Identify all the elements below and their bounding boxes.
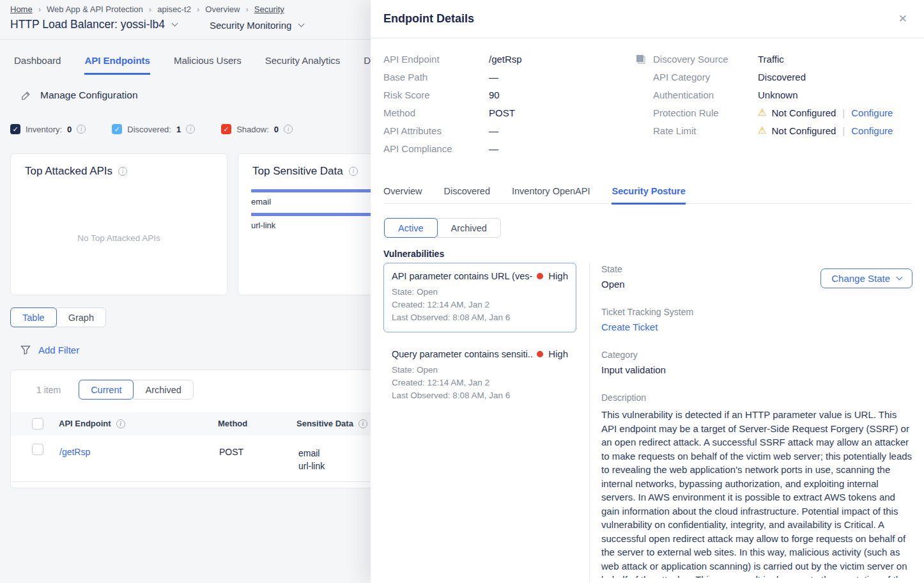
manage-configuration-button[interactable]: Manage Configuration bbox=[20, 89, 138, 101]
vulnerability-title: API parameter contains URL (ves-... bbox=[392, 271, 533, 281]
toggle-current[interactable]: Current bbox=[79, 380, 134, 400]
top-attacked-apis-title: Top Attacked APIs i bbox=[25, 165, 127, 178]
top-attacked-apis-title-text: Top Attacked APIs bbox=[25, 165, 112, 178]
detail-row-method: Method POST bbox=[383, 104, 647, 121]
page-title: HTTP Load Balancer: yossi-lb4 bbox=[10, 18, 165, 31]
panel-tab-discovered[interactable]: Discovered bbox=[443, 186, 490, 203]
tab-security-analytics[interactable]: Security Analytics bbox=[265, 55, 341, 75]
breadcrumb-overview[interactable]: Overview bbox=[205, 4, 240, 14]
inventory-checkbox[interactable]: ✓ bbox=[10, 124, 20, 134]
detail-row-api-compliance: API Compliance — bbox=[383, 139, 647, 157]
toggle-archived-posture[interactable]: Archived bbox=[437, 218, 501, 238]
legend-discovered-label: Discovered: bbox=[127, 125, 171, 134]
ticket-tracking-label: Ticket Tracking System bbox=[601, 307, 912, 317]
legend-shadow-count: 0 bbox=[274, 125, 279, 134]
column-api-endpoint: API Endpointi bbox=[59, 419, 125, 428]
category-value: Input validation bbox=[601, 364, 912, 375]
info-icon[interactable]: i bbox=[118, 167, 127, 176]
warning-icon: ⚠ bbox=[758, 107, 766, 118]
shadow-checkbox[interactable]: ✓ bbox=[221, 124, 231, 134]
top-sensitive-data-title: Top Sensitive Data i bbox=[252, 165, 358, 178]
legend-inventory: ✓ Inventory: 0 i bbox=[10, 124, 86, 134]
details-left-column: API Endpoint /getRsp Base Path — Risk Sc… bbox=[383, 50, 647, 157]
breadcrumb-waap[interactable]: Web App & API Protection bbox=[47, 4, 143, 14]
chevron-down-icon[interactable] bbox=[171, 20, 178, 27]
detail-row-base-path: Base Path — bbox=[383, 68, 647, 86]
description-section: Description This vulnerability is detect… bbox=[601, 393, 912, 578]
vulnerability-meta: State: Open Created: 12:14 AM, Jan 2 Las… bbox=[392, 286, 568, 324]
detail-row-discovery-source: Discovery Source Traffic bbox=[653, 50, 911, 68]
legend-inventory-count: 0 bbox=[67, 125, 72, 134]
discovered-checkbox[interactable]: ✓ bbox=[112, 124, 122, 134]
column-sensitive-data: Sensitive Datai bbox=[296, 419, 367, 428]
info-icon[interactable]: i bbox=[116, 419, 125, 428]
detail-row-authentication: Authentication Unknown bbox=[653, 86, 911, 104]
legend-shadow: ✓ Shadow: 0 i bbox=[221, 124, 293, 134]
select-all-checkbox[interactable] bbox=[32, 418, 43, 430]
top-attacked-empty-text: No Top Attacked APIs bbox=[11, 233, 227, 243]
high-severity-dot bbox=[537, 351, 543, 357]
toggle-active[interactable]: Active bbox=[384, 218, 438, 238]
divider: | bbox=[842, 107, 845, 118]
info-icon[interactable]: i bbox=[284, 125, 293, 134]
view-toggle-graph[interactable]: Graph bbox=[56, 307, 106, 327]
top-attacked-apis-card: Top Attacked APIs i No Top Attacked APIs bbox=[10, 153, 227, 295]
legend-shadow-label: Shadow: bbox=[236, 125, 269, 134]
endpoint-link[interactable]: /getRsp bbox=[59, 447, 90, 457]
configure-protection-rule-link[interactable]: Configure bbox=[851, 107, 893, 118]
configure-rate-limit-link[interactable]: Configure bbox=[851, 125, 893, 136]
tab-malicious-users[interactable]: Malicious Users bbox=[174, 55, 242, 75]
active-archived-toggle: Active Archived bbox=[384, 218, 501, 238]
add-filter-button[interactable]: Add Filter bbox=[20, 345, 79, 355]
panel-header: Endpoint Details ✕ bbox=[371, 0, 924, 38]
breadcrumb: Home › Web App & API Protection › apisec… bbox=[10, 4, 284, 14]
vulnerability-card-selected[interactable]: API parameter contains URL (ves-... High… bbox=[383, 263, 576, 332]
legend-discovered-count: 1 bbox=[176, 125, 181, 134]
view-toggle-table[interactable]: Table bbox=[10, 307, 57, 327]
severity-label: High bbox=[548, 348, 568, 359]
close-icon[interactable]: ✕ bbox=[898, 13, 907, 24]
vulnerability-list: API parameter contains URL (ves-... High… bbox=[383, 263, 576, 419]
toggle-archived[interactable]: Archived bbox=[133, 380, 193, 400]
monitoring-selector[interactable]: Security Monitoring bbox=[210, 20, 304, 31]
info-icon[interactable]: i bbox=[186, 125, 195, 134]
breadcrumb-security[interactable]: Security bbox=[254, 4, 284, 14]
breadcrumb-separator: › bbox=[149, 4, 151, 14]
description-text: This vulnerability is detected if an HTT… bbox=[601, 408, 912, 578]
breadcrumb-separator: › bbox=[197, 4, 199, 14]
warning-icon: ⚠ bbox=[758, 125, 766, 136]
vulnerability-title: Query parameter contains sensiti... bbox=[392, 349, 533, 359]
legend-discovered: ✓ Discovered: 1 i bbox=[112, 124, 195, 134]
sensitive-data-cell: email url-link bbox=[298, 447, 325, 472]
ticket-section: Ticket Tracking System Create Ticket bbox=[601, 307, 912, 332]
category-section: Category Input validation bbox=[601, 350, 912, 375]
chevron-down-icon bbox=[298, 21, 305, 27]
top-sensitive-data-title-text: Top Sensitive Data bbox=[252, 165, 343, 178]
main-nav-tabs: Dashboard API Endpoints Malicious Users … bbox=[14, 55, 389, 75]
pencil-icon bbox=[20, 90, 31, 101]
severity-label: High bbox=[548, 270, 568, 281]
page-title-row: HTTP Load Balancer: yossi-lb4 bbox=[10, 18, 177, 31]
detail-row-risk-score: Risk Score 90 bbox=[383, 86, 647, 104]
vulnerability-card[interactable]: Query parameter contains sensiti... High… bbox=[383, 341, 576, 410]
panel-tab-inventory-openapi[interactable]: Inventory OpenAPI bbox=[512, 186, 590, 203]
tab-dashboard[interactable]: Dashboard bbox=[14, 55, 61, 75]
change-state-button[interactable]: Change State bbox=[820, 268, 912, 288]
info-icon[interactable]: i bbox=[77, 125, 86, 134]
divider: | bbox=[842, 125, 845, 136]
create-ticket-link[interactable]: Create Ticket bbox=[601, 322, 912, 332]
breadcrumb-home[interactable]: Home bbox=[10, 4, 33, 14]
panel-tab-overview[interactable]: Overview bbox=[383, 186, 422, 203]
panel-tab-security-posture[interactable]: Security Posture bbox=[612, 186, 685, 205]
add-filter-label: Add Filter bbox=[38, 345, 79, 355]
info-icon[interactable]: i bbox=[358, 419, 367, 428]
high-severity-dot bbox=[537, 273, 543, 279]
tab-api-endpoints[interactable]: API Endpoints bbox=[84, 55, 150, 75]
breadcrumb-namespace[interactable]: apisec-t2 bbox=[157, 4, 191, 14]
detail-row-api-category: API Category Discovered bbox=[653, 68, 911, 86]
copy-icon[interactable] bbox=[635, 53, 647, 65]
endpoint-type-legend: ✓ Inventory: 0 i ✓ Discovered: 1 i ✓ Sha… bbox=[10, 124, 293, 134]
details-right-column: Discovery Source Traffic API Category Di… bbox=[653, 50, 911, 139]
detail-row-rate-limit: Rate Limit ⚠ Not Configured | Configure bbox=[653, 121, 911, 139]
info-icon[interactable]: i bbox=[349, 167, 358, 176]
